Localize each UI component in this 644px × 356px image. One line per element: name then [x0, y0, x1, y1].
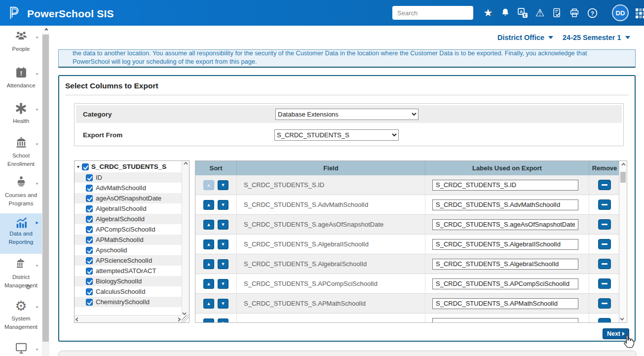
search-input[interactable]: [392, 9, 486, 17]
export-label-input[interactable]: [432, 199, 578, 210]
sort-up-button[interactable]: ▲: [203, 299, 214, 309]
checkbox-checked[interactable]: [86, 268, 93, 275]
printer-icon[interactable]: [568, 6, 581, 19]
sidebar-scrollbar[interactable]: [42, 26, 49, 356]
sort-down-button[interactable]: ▼: [218, 299, 228, 309]
next-button[interactable]: Next: [603, 328, 629, 339]
field-item[interactable]: ID: [75, 172, 182, 183]
sort-down-button[interactable]: ▼: [218, 180, 228, 190]
tree-root-row[interactable]: ▾ S_CRDC_STUDENTS_S: [75, 161, 182, 172]
sidebar-item-attendance[interactable]: ! ▸ Attendance: [0, 65, 42, 90]
scroll-left-arrow[interactable]: [76, 317, 79, 321]
checkbox-checked[interactable]: [86, 195, 93, 202]
tree-vertical-scrollbar[interactable]: [182, 161, 189, 315]
sort-down-button[interactable]: ▼: [218, 239, 228, 249]
scroll-right-arrow[interactable]: [177, 317, 181, 321]
tree-horizontal-scrollbar[interactable]: [75, 315, 182, 322]
topbar: PowerSchool SIS ★ A: [0, 0, 644, 26]
sidebar-item-district-management[interactable]: ⚙ ▸ District Management: [0, 257, 42, 289]
sidebar-item-health[interactable]: ▸ Health: [0, 101, 42, 125]
sort-down-button[interactable]: ▼: [218, 259, 228, 269]
checkbox-checked[interactable]: [86, 247, 93, 254]
field-item[interactable]: APScienceSchoolId: [75, 255, 182, 266]
sidebar-item-data-reporting[interactable]: ▸ Data and Reporting: [0, 213, 42, 254]
scroll-up-arrow[interactable]: [184, 162, 188, 166]
resize-handle[interactable]: [182, 315, 189, 322]
remove-button[interactable]: [598, 239, 611, 249]
field-item[interactable]: Apschoolid: [75, 245, 182, 255]
export-from-select[interactable]: S_CRDC_STUDENTS_S: [274, 129, 399, 141]
export-label-input[interactable]: [432, 219, 578, 230]
help-icon[interactable]: ?: [586, 6, 599, 19]
remove-button[interactable]: [598, 298, 611, 309]
checkbox-checked[interactable]: [86, 299, 93, 306]
checkbox-checked[interactable]: [86, 226, 93, 233]
sort-up-button[interactable]: ▲: [203, 239, 214, 249]
sidebar-item-system-management[interactable]: ⚙ ▸ System Management: [0, 298, 42, 331]
checkbox-checked[interactable]: [82, 163, 89, 170]
checkbox-checked[interactable]: [86, 205, 93, 212]
scroll-down-arrow[interactable]: [182, 311, 186, 315]
checkbox-checked[interactable]: [86, 288, 93, 295]
scroll-up-arrow[interactable]: [42, 26, 49, 34]
export-label-input[interactable]: [432, 318, 578, 323]
checkbox-checked[interactable]: [86, 237, 93, 243]
export-label-input[interactable]: [432, 298, 578, 309]
checkbox-checked[interactable]: [86, 185, 93, 192]
scrollbar-thumb[interactable]: [42, 35, 49, 342]
collapse-triangle-icon[interactable]: ▾: [77, 164, 79, 169]
field-item[interactable]: ageAsOfSnapshotDate: [75, 193, 182, 203]
export-label-input[interactable]: [432, 180, 578, 191]
checkbox-checked[interactable]: [86, 257, 93, 264]
sort-down-button[interactable]: ▼: [218, 200, 228, 210]
remove-button[interactable]: [598, 259, 611, 269]
field-item[interactable]: AlgebraISchoolId: [75, 214, 182, 224]
remove-button[interactable]: [598, 180, 611, 190]
field-item[interactable]: BiologySchoolId: [75, 276, 182, 286]
sidebar-item-school-enrollment[interactable]: ▸ School Enrollment: [0, 135, 42, 168]
translate-icon[interactable]: A: [516, 6, 529, 19]
report-check-icon[interactable]: [551, 6, 564, 19]
scroll-down-arrow[interactable]: [620, 316, 624, 320]
field-item[interactable]: attemptedSATOrACT: [75, 266, 182, 276]
scrollbar-thumb[interactable]: [620, 172, 626, 183]
field-item[interactable]: AdvMathSchoolId: [75, 183, 182, 193]
remove-button[interactable]: [598, 278, 611, 289]
table-vertical-scrollbar[interactable]: [619, 161, 627, 322]
apps-grid-icon[interactable]: [635, 7, 644, 19]
school-selector[interactable]: District Office: [497, 34, 553, 41]
field-item[interactable]: AlgebraIISchoolId: [75, 203, 182, 214]
export-label-input[interactable]: [432, 239, 578, 250]
sort-down-button[interactable]: ▼: [218, 220, 228, 230]
field-item[interactable]: ChemistrySchoolId: [75, 297, 182, 307]
term-selector[interactable]: 24-25 Semester 1: [563, 34, 630, 41]
checkbox-checked[interactable]: [86, 216, 93, 223]
sort-up-button[interactable]: ▲: [203, 259, 214, 269]
sort-down-button[interactable]: ▼: [218, 318, 228, 323]
sort-up-button[interactable]: ▲: [203, 220, 214, 230]
field-item[interactable]: APMathSchoolId: [75, 235, 182, 245]
checkbox-checked[interactable]: [86, 174, 93, 181]
field-item[interactable]: CalculusSchoolId: [75, 286, 182, 297]
sidebar-item-partial[interactable]: ▸: [0, 341, 42, 356]
export-label-input[interactable]: [432, 278, 578, 289]
checkbox-checked[interactable]: [86, 278, 93, 285]
favorites-star-icon[interactable]: ★: [482, 6, 494, 19]
notifications-bell-icon[interactable]: [499, 6, 512, 19]
export-label-input[interactable]: [432, 259, 578, 270]
user-avatar[interactable]: DD: [612, 4, 629, 21]
sort-up-button[interactable]: ▲: [203, 279, 214, 289]
remove-button[interactable]: [598, 219, 611, 230]
sidebar-item-courses-programs[interactable]: ▸ Courses and Programs: [0, 175, 42, 207]
alerts-warning-icon[interactable]: ⚠: [533, 6, 546, 19]
remove-button[interactable]: [598, 318, 611, 322]
remove-button[interactable]: [598, 199, 611, 210]
scroll-up-arrow[interactable]: [621, 163, 625, 167]
sort-down-button[interactable]: ▼: [218, 279, 228, 289]
sort-up-button[interactable]: ▲: [203, 200, 214, 210]
field-item[interactable]: APCompSciSchoolId: [75, 224, 182, 235]
category-select[interactable]: Database Extensions: [275, 109, 418, 120]
sidebar-item-people[interactable]: ▸ People: [0, 29, 42, 53]
school-building-icon: [0, 135, 42, 150]
sort-up-button[interactable]: ▲: [203, 318, 214, 323]
